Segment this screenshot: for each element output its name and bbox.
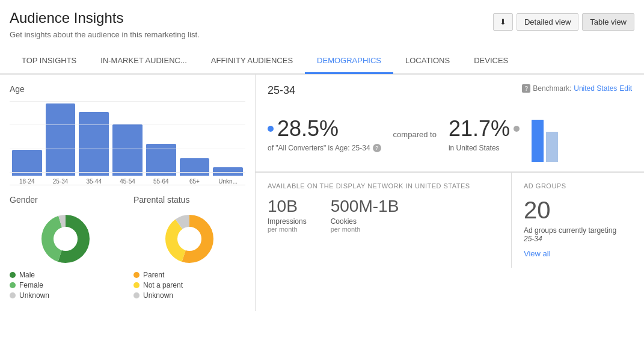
bar-group-18-24: 18-24 xyxy=(12,150,42,185)
legend-male: Male xyxy=(10,271,121,279)
parental-donut xyxy=(133,212,245,266)
age-range-label: 25-34 xyxy=(268,84,295,97)
legend-unknown-parental: Unknown xyxy=(133,291,245,300)
blue-dot-icon xyxy=(268,126,274,132)
age-detail-panel: 25-34 ? Benchmark: United States Edit 28… xyxy=(256,75,644,172)
stats-row: 28.5% of "All Converters" is Age: 25-34 … xyxy=(268,106,632,162)
mini-comparison-chart xyxy=(532,114,558,162)
download-button[interactable]: ⬇ xyxy=(493,13,513,31)
display-network-title: AVAILABLE ON THE DISPLAY NETWORK IN UNIT… xyxy=(268,182,499,190)
benchmark-location-link[interactable]: United States xyxy=(574,84,617,93)
parental-legend: Parent Not a parent Unknown xyxy=(133,271,245,300)
legend-female: Female xyxy=(10,281,121,289)
page-header: Audience Insights Get insights about the… xyxy=(0,0,644,44)
help-icon[interactable]: ? xyxy=(373,144,381,152)
benchmark-stat: 21.7% in United States xyxy=(449,116,520,152)
mini-bar-main xyxy=(532,120,544,162)
main-content: Age 18-2425-3435-4445-5455-6465+Unkn... … xyxy=(0,74,644,311)
bar-18-24[interactable] xyxy=(12,150,42,176)
display-network-panel: AVAILABLE ON THE DISPLAY NETWORK IN UNIT… xyxy=(256,173,512,268)
gender-legend: Male Female Unknown xyxy=(10,271,121,300)
cookies-sublabel: per month xyxy=(331,226,399,233)
bar-35-44[interactable] xyxy=(79,112,109,176)
not-parent-dot xyxy=(133,282,140,288)
benchmark-info: ? Benchmark: United States Edit xyxy=(522,84,632,93)
bar-group-65+: 65+ xyxy=(180,158,210,185)
ad-groups-title: AD GROUPS xyxy=(524,182,632,190)
ad-groups-count: 20 xyxy=(524,197,632,224)
ad-groups-age: 25-34 xyxy=(524,235,542,243)
age-detail-header: 25-34 ? Benchmark: United States Edit xyxy=(268,84,632,97)
page-subtitle: Get insights about the audience in this … xyxy=(10,30,200,39)
tab-devices[interactable]: DEVICES xyxy=(462,49,520,74)
bar-label-65+: 65+ xyxy=(189,178,200,185)
header-left: Audience Insights Get insights about the… xyxy=(10,10,200,39)
bar-label-Unkn...: Unkn... xyxy=(218,178,238,185)
tab-demographics[interactable]: DEMOGRAPHICS xyxy=(305,49,393,74)
bar-group-25-34: 25-34 xyxy=(46,103,76,185)
impressions-label: Impressions xyxy=(268,217,307,226)
bar-55-64[interactable] xyxy=(146,144,176,176)
bottom-charts: Gender Male xyxy=(10,195,245,301)
network-stats: 10B Impressions per month 500M-1B Cookie… xyxy=(268,197,499,233)
tab-bar: TOP INSIGHTS IN-MARKET AUDIENC... AFFINI… xyxy=(0,49,644,74)
tab-in-market[interactable]: IN-MARKET AUDIENC... xyxy=(88,49,199,74)
tab-locations[interactable]: LOCATIONS xyxy=(393,49,462,74)
bar-group-35-44: 35-44 xyxy=(79,112,109,185)
age-bar-chart: 18-2425-3435-4445-5455-6465+Unkn... xyxy=(10,101,245,185)
parental-donut-svg xyxy=(162,212,216,266)
left-panel: Age 18-2425-3435-4445-5455-6465+Unkn... … xyxy=(0,75,256,311)
age-section-title: Age xyxy=(10,84,245,94)
unknown-parental-dot xyxy=(133,292,140,298)
parental-section: Parental status Parent xyxy=(133,195,245,301)
svg-point-7 xyxy=(180,229,199,248)
tab-affinity[interactable]: AFFINITY AUDIENCES xyxy=(199,49,305,74)
bar-25-34[interactable] xyxy=(46,103,76,176)
detailed-view-button[interactable]: Detailed view xyxy=(517,13,578,31)
svg-point-3 xyxy=(56,229,75,248)
grid-line xyxy=(10,101,245,102)
bar-group-45-54: 45-54 xyxy=(112,124,143,185)
gender-title: Gender xyxy=(10,195,121,205)
benchmark-question-icon: ? xyxy=(522,84,530,93)
bar-label-35-44: 35-44 xyxy=(87,178,102,185)
benchmark-edit-link[interactable]: Edit xyxy=(619,84,632,93)
bar-label-25-34: 25-34 xyxy=(53,178,69,185)
page-title: Audience Insights xyxy=(10,10,200,26)
bar-65+[interactable] xyxy=(180,158,210,176)
compared-to-label: compared to xyxy=(393,130,437,139)
header-right: ⬇ Detailed view Table view xyxy=(493,13,634,31)
gender-donut xyxy=(10,212,121,266)
benchmark-percentage: 21.7% xyxy=(449,116,520,141)
impressions-value: 10B xyxy=(268,197,307,216)
bar-group-55-64: 55-64 xyxy=(146,144,176,185)
bar-label-18-24: 18-24 xyxy=(19,178,35,185)
cookies-label: Cookies xyxy=(331,217,399,226)
cookies-value: 500M-1B xyxy=(331,197,399,216)
parental-title: Parental status xyxy=(133,195,245,205)
benchmark-stat-sub: in United States xyxy=(449,144,520,152)
ad-groups-desc: Ad groups currently targeting 25-34 xyxy=(524,226,632,243)
main-percentage: 28.5% xyxy=(268,116,381,141)
bottom-panels: AVAILABLE ON THE DISPLAY NETWORK IN UNIT… xyxy=(256,172,644,268)
impressions-stat: 10B Impressions per month xyxy=(268,197,307,233)
impressions-sublabel: per month xyxy=(268,226,307,233)
gray-dot-icon xyxy=(514,126,520,132)
parent-dot xyxy=(133,272,140,278)
bar-Unkn...[interactable] xyxy=(213,167,243,176)
right-panel: 25-34 ? Benchmark: United States Edit 28… xyxy=(256,75,644,311)
ad-groups-panel: AD GROUPS 20 Ad groups currently targeti… xyxy=(512,173,644,268)
cookies-stat: 500M-1B Cookies per month xyxy=(331,197,399,233)
bar-label-55-64: 55-64 xyxy=(153,178,169,185)
male-dot xyxy=(10,272,16,278)
legend-parent: Parent xyxy=(133,271,245,279)
bar-45-54[interactable] xyxy=(112,124,143,176)
legend-unknown-gender: Unknown xyxy=(10,291,121,300)
unknown-gender-dot xyxy=(10,292,16,298)
gender-section: Gender Male xyxy=(10,195,121,301)
bar-group-Unkn...: Unkn... xyxy=(213,167,243,185)
view-all-link[interactable]: View all xyxy=(524,249,551,258)
table-view-button[interactable]: Table view xyxy=(582,13,634,31)
tab-top-insights[interactable]: TOP INSIGHTS xyxy=(10,49,88,74)
main-stat-sub: of "All Converters" is Age: 25-34 ? xyxy=(268,144,381,152)
